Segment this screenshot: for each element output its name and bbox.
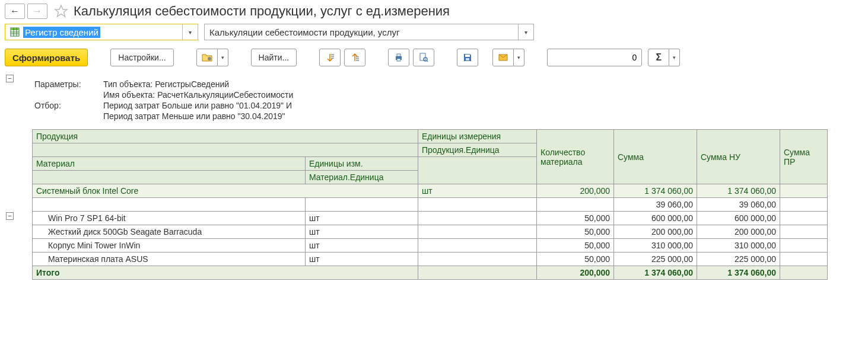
material-row: Win Pro 7 SP1 64-bitшт50,000600 000,0060… <box>33 212 828 225</box>
total-label: Итого <box>33 266 418 280</box>
register-type-dropdown[interactable]: ▾ <box>183 24 198 40</box>
collapse-all-button[interactable] <box>344 49 365 66</box>
header-material: Материал <box>33 157 306 171</box>
svg-point-7 <box>208 57 211 60</box>
svg-rect-21 <box>466 58 469 60</box>
diskette-icon <box>463 53 472 62</box>
product-row: Системный блок Intel Core шт 200,000 1 3… <box>33 184 828 198</box>
send-button[interactable]: ▾ <box>492 49 524 66</box>
find-button[interactable]: Найти... <box>251 49 297 66</box>
material-name: Материнская плата ASUS <box>33 252 306 266</box>
collapse-icon <box>350 53 360 62</box>
header-mat-unit-h: Единицы изм. <box>306 157 418 171</box>
sigma-button[interactable]: Σ ▾ <box>648 49 680 66</box>
generate-button[interactable]: Сформировать <box>5 49 88 66</box>
params-name: Имя объекта: РасчетКалькуляцииСебестоимо… <box>103 90 293 100</box>
favorite-star-icon[interactable] <box>53 4 69 19</box>
save-button[interactable] <box>457 49 478 66</box>
send-dropdown[interactable]: ▾ <box>514 49 524 66</box>
page-title: Калькуляция себестоимости продукции, усл… <box>74 4 450 19</box>
preview-button[interactable] <box>413 49 434 66</box>
params-label: Параметры: <box>34 79 103 89</box>
svg-marker-0 <box>55 5 67 17</box>
printer-icon <box>394 53 403 62</box>
material-qty: 50,000 <box>537 212 614 225</box>
filter-label: Отбор: <box>34 101 103 110</box>
product-qty: 200,000 <box>537 184 614 198</box>
product-sum-nu: 1 374 060,00 <box>697 184 780 198</box>
register-object-value: Калькуляции себестоимости продукции, усл… <box>209 27 399 37</box>
report-table: Продукция Единицы измерения Количество м… <box>32 129 828 280</box>
material-unit: шт <box>306 225 418 239</box>
expand-all-button[interactable] <box>319 49 341 66</box>
svg-line-19 <box>427 60 428 62</box>
arrow-left-icon: ← <box>10 6 20 17</box>
collapse-group-1[interactable]: − <box>6 75 14 82</box>
material-unit: шт <box>306 239 418 252</box>
arrow-right-icon: → <box>33 6 42 17</box>
sum-input[interactable] <box>547 49 642 66</box>
blank-sum: 39 060,00 <box>614 198 697 212</box>
variants-dropdown[interactable]: ▾ <box>218 49 228 66</box>
material-sum-nu: 200 000,00 <box>697 225 780 239</box>
svg-rect-20 <box>465 55 470 57</box>
material-sum: 200 000,00 <box>614 225 697 239</box>
svg-rect-17 <box>420 53 425 60</box>
material-sum-nu: 600 000,00 <box>697 212 780 225</box>
sigma-icon: Σ <box>648 49 669 66</box>
total-sum: 1 374 060,00 <box>614 266 697 280</box>
envelope-icon <box>498 53 508 62</box>
material-sum-nu: 310 000,00 <box>697 239 780 252</box>
material-qty: 50,000 <box>537 239 614 252</box>
svg-rect-16 <box>397 59 400 61</box>
register-object-select[interactable]: Калькуляции себестоимости продукции, усл… <box>204 24 519 40</box>
header-product: Продукция <box>33 130 418 143</box>
blank-summary-row: 39 060,00 39 060,00 <box>33 198 828 212</box>
blank-sum-nu: 39 060,00 <box>697 198 780 212</box>
params-type: Тип объекта: РегистрыСведений <box>103 79 229 89</box>
material-unit: шт <box>306 212 418 225</box>
header-unit: Единицы измерения <box>418 130 537 143</box>
total-row: Итого 200,000 1 374 060,00 1 374 060,00 <box>33 266 828 280</box>
material-sum: 225 000,00 <box>614 252 697 266</box>
variants-button[interactable]: ▾ <box>196 49 228 66</box>
settings-button[interactable]: Настройки... <box>110 49 173 66</box>
header-qty: Количество материала <box>537 130 614 184</box>
nav-forward-button[interactable]: → <box>27 4 47 19</box>
filter-line2: Период затрат Меньше или равно "30.04.20… <box>103 111 285 121</box>
svg-rect-15 <box>397 54 400 56</box>
header-sum: Сумма <box>614 130 697 184</box>
report-parameters: Параметры:Тип объекта: РегистрыСведений … <box>19 75 863 129</box>
material-qty: 50,000 <box>537 252 614 266</box>
material-name: Win Pro 7 SP1 64-bit <box>33 212 306 225</box>
material-row: Материнская плата ASUSшт50,000225 000,00… <box>33 252 828 266</box>
material-name: Жесткий диск 500Gb Seagate Barracuda <box>33 225 306 239</box>
material-qty: 50,000 <box>537 225 614 239</box>
page-magnifier-icon <box>419 53 428 62</box>
sigma-dropdown[interactable]: ▾ <box>669 49 680 66</box>
register-type-select[interactable]: Регистр сведений <box>5 24 183 40</box>
product-unit: шт <box>418 184 537 198</box>
product-name: Системный блок Intel Core <box>33 184 418 198</box>
expand-icon <box>325 53 335 62</box>
material-row: Жесткий диск 500Gb Seagate Barracudaшт50… <box>33 225 828 239</box>
header-mat-unit: Материал.Единица <box>306 171 418 184</box>
total-qty: 200,000 <box>537 266 614 280</box>
material-sum-nu: 225 000,00 <box>697 252 780 266</box>
product-sum: 1 374 060,00 <box>614 184 697 198</box>
svg-rect-2 <box>11 28 19 30</box>
header-sum-nu: Сумма НУ <box>697 130 780 184</box>
material-unit: шт <box>306 252 418 266</box>
material-row: Корпус Mini Tower InWinшт50,000310 000,0… <box>33 239 828 252</box>
collapse-group-2[interactable]: − <box>6 212 14 220</box>
material-sum: 310 000,00 <box>614 239 697 252</box>
nav-back-button[interactable]: ← <box>5 4 25 19</box>
material-sum: 600 000,00 <box>614 212 697 225</box>
register-type-value: Регистр сведений <box>23 27 100 38</box>
table-grid-icon <box>10 27 20 37</box>
print-button[interactable] <box>388 49 409 66</box>
folder-gear-icon <box>202 53 212 62</box>
register-object-dropdown[interactable]: ▾ <box>519 24 534 40</box>
header-sum-pr: Сумма ПР <box>780 130 828 184</box>
total-sum-nu: 1 374 060,00 <box>697 266 780 280</box>
